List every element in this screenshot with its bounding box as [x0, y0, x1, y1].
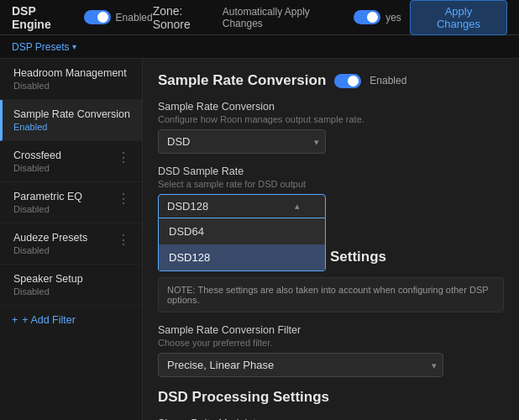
section1-header: Sample Rate Conversion Enabled	[158, 72, 504, 89]
zone-title: Zone: Sonore	[153, 4, 223, 31]
src-filter-setting: Sample Rate Conversion Filter Choose you…	[158, 324, 504, 377]
sidebar-item-sample-rate[interactable]: Sample Rate Conversion Enabled	[0, 100, 142, 141]
dsd-rate-option-dsd64[interactable]: DSD64	[159, 218, 325, 244]
main-content: Sample Rate Conversion Enabled Sample Ra…	[143, 59, 519, 420]
add-filter-icon: +	[12, 314, 18, 326]
auto-apply-label: Automatically Apply Changes	[223, 6, 349, 29]
section1-title: Sample Rate Conversion	[158, 72, 326, 89]
src-select[interactable]: DSD PCM None	[158, 129, 326, 154]
dsp-presets-button[interactable]: DSP Presets	[12, 41, 69, 53]
sidebar-item-speaker-setup[interactable]: Speaker Setup Disabled	[0, 265, 142, 306]
add-filter-button[interactable]: + + Add Filter	[0, 306, 142, 334]
header-right: Automatically Apply Changes yes Apply Ch…	[223, 0, 507, 35]
src-select-wrap: DSD PCM None ▾	[158, 129, 326, 154]
dsd-rate-desc: Select a sample rate for DSD output	[158, 179, 504, 189]
src-filter-select-wrap: Precise, Linear Phase Smooth, Linear Pha…	[158, 353, 443, 377]
auto-apply-toggle-label: yes	[385, 12, 401, 24]
apply-changes-button[interactable]: Apply Changes	[410, 0, 507, 35]
dsd-rate-dropdown-list: DSD64 DSD128	[158, 218, 326, 271]
dsp-engine-toggle[interactable]	[84, 10, 111, 24]
parametric-eq-dots-icon[interactable]: ⋮	[117, 192, 130, 206]
sidebar-item-parametric-eq[interactable]: Parametric EQ Disabled ⋮	[0, 182, 142, 223]
sidebar-item-headroom[interactable]: Headroom Management Disabled	[0, 59, 142, 100]
src-toggle-label: Enabled	[370, 75, 406, 87]
src-filter-select[interactable]: Precise, Linear Phase Smooth, Linear Pha…	[158, 353, 443, 377]
src-desc: Configure how Roon manages output sample…	[158, 114, 504, 124]
dsd-rate-chevron-icon: ▴	[295, 201, 300, 212]
section3-title: DSD Processing Settings	[158, 389, 329, 406]
src-enabled-toggle[interactable]	[334, 74, 361, 88]
sidebar-item-audeze-presets[interactable]: Audeze Presets Disabled ⋮	[0, 223, 142, 265]
dsd-rate-dropdown-input[interactable]: DSD128 ▴	[158, 194, 326, 218]
presets-bar: DSP Presets ▾	[0, 35, 519, 59]
dsp-engine-toggle-label: Enabled	[116, 12, 153, 24]
header: DSP Engine Enabled Zone: Sonore Automati…	[0, 0, 519, 35]
note-text: NOTE: These settings are also taken into…	[167, 285, 488, 305]
dsd-rate-dropdown: DSD128 ▴ DSD64 DSD128	[158, 194, 504, 218]
sidebar: Headroom Management Disabled Sample Rate…	[0, 59, 143, 420]
src-filter-label: Sample Rate Conversion Filter	[158, 324, 504, 336]
sidebar-item-crossfeed[interactable]: Crossfeed Disabled ⋮	[0, 141, 142, 182]
dsd-rate-value: DSD128	[167, 200, 208, 213]
dsd-rate-option-dsd128[interactable]: DSD128	[159, 244, 325, 270]
src-filter-desc: Choose your preferred filter.	[158, 338, 504, 348]
section3-block: DSD Processing Settings Sigma-Delta Modu…	[158, 389, 504, 420]
settings-note: NOTE: These settings are also taken into…	[158, 277, 504, 312]
audeze-dots-icon[interactable]: ⋮	[117, 234, 130, 247]
src-label: Sample Rate Conversion	[158, 101, 504, 113]
dsd-rate-label: DSD Sample Rate	[158, 165, 504, 177]
crossfeed-dots-icon[interactable]: ⋮	[117, 151, 130, 165]
add-filter-label: + Add Filter	[22, 314, 76, 326]
dsd-sample-rate-setting: DSD Sample Rate Select a sample rate for…	[158, 165, 504, 218]
auto-apply-wrap: Automatically Apply Changes yes	[223, 6, 401, 29]
header-left: DSP Engine Enabled	[12, 4, 153, 31]
dsp-engine-toggle-wrap: Enabled	[84, 10, 153, 24]
section3-header: DSD Processing Settings	[158, 389, 504, 406]
sample-rate-conversion-setting: Sample Rate Conversion Configure how Roo…	[158, 101, 504, 154]
body-layout: Headroom Management Disabled Sample Rate…	[0, 59, 519, 420]
presets-chevron-icon: ▾	[72, 42, 76, 51]
app-title: DSP Engine	[12, 4, 76, 31]
auto-apply-toggle[interactable]	[354, 10, 380, 24]
